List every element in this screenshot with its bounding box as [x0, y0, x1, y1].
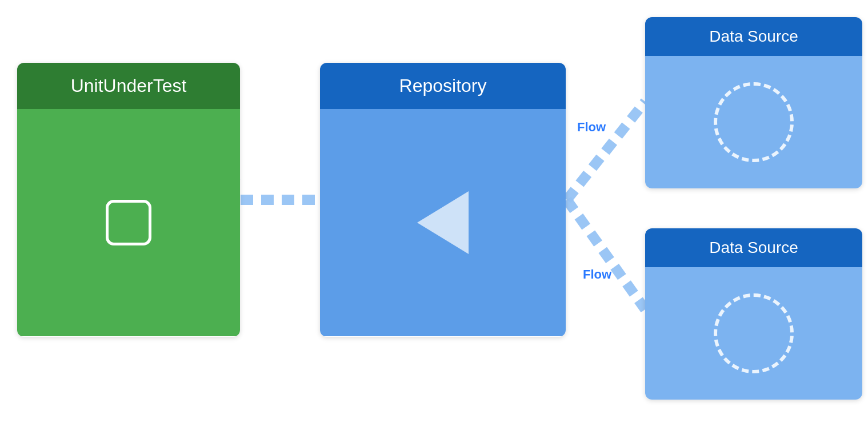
data-source-bottom-body: [645, 267, 862, 400]
repository-box: Repository: [320, 63, 566, 337]
repository-body: [320, 109, 566, 336]
square-icon: [106, 200, 151, 245]
unit-under-test-body: [17, 109, 240, 336]
unit-under-test-box: UnitUnderTest: [17, 63, 240, 337]
flow-label-3: Flow: [583, 267, 612, 281]
triangle-icon: [417, 191, 469, 254]
unit-under-test-header: UnitUnderTest: [17, 63, 240, 109]
data-source-top-header: Data Source: [645, 17, 862, 56]
flow-label-2: Flow: [577, 120, 606, 134]
diagram-container: Flow Flow Flow UnitUnderTest Repository: [0, 0, 868, 423]
svg-line-4: [567, 200, 645, 309]
data-source-bottom-box: Data Source: [645, 228, 862, 400]
data-source-top-body: [645, 56, 862, 188]
data-source-bottom-header: Data Source: [645, 228, 862, 267]
repository-header: Repository: [320, 63, 566, 109]
data-source-top-box: Data Source: [645, 17, 862, 188]
repository-label: Repository: [399, 75, 487, 96]
data-source-bottom-label: Data Source: [709, 239, 798, 256]
dashed-circle-bottom: [714, 293, 794, 373]
svg-line-3: [567, 102, 645, 200]
data-source-top-label: Data Source: [709, 27, 798, 45]
dashed-circle-top: [714, 82, 794, 162]
unit-under-test-label: UnitUnderTest: [71, 75, 187, 96]
